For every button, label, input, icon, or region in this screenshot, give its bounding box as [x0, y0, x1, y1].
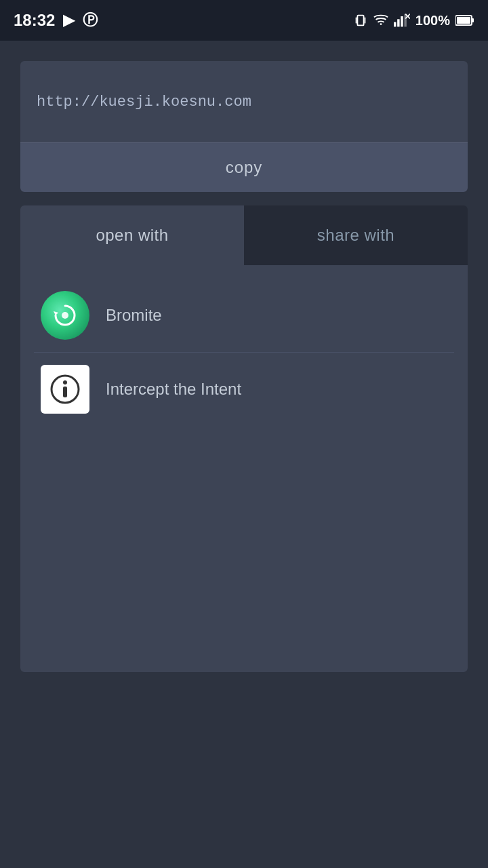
svg-point-18 [63, 380, 67, 384]
svg-rect-12 [457, 17, 470, 24]
status-right: 100% [353, 13, 474, 28]
copy-button[interactable]: copy [20, 142, 468, 192]
svg-point-3 [380, 23, 382, 25]
status-left: 18:32 ▶ Ⓟ [14, 10, 98, 31]
status-bar: 18:32 ▶ Ⓟ 100% [0, 0, 488, 41]
copy-label: copy [226, 158, 263, 176]
vibrate-icon [353, 13, 368, 28]
app-item-bromite[interactable]: Bromite [34, 279, 454, 352]
url-box: http://kuesji.koesnu.com [20, 61, 468, 142]
intercept-icon [41, 365, 89, 414]
svg-rect-6 [401, 16, 403, 26]
bromite-icon [41, 291, 89, 340]
bromite-icon-svg [50, 300, 80, 330]
tab-share-with[interactable]: share with [244, 205, 468, 265]
svg-rect-5 [397, 19, 399, 26]
svg-rect-1 [356, 17, 357, 23]
wifi-icon [373, 13, 388, 28]
svg-rect-11 [472, 18, 474, 22]
app-name-intercept: Intercept the Intent [106, 380, 241, 399]
dolby-icon: Ⓟ [83, 10, 98, 31]
app-name-bromite: Bromite [106, 306, 162, 325]
signal-icon [394, 13, 410, 28]
svg-rect-17 [63, 387, 67, 397]
tab-open-with-label: open with [96, 226, 168, 244]
status-time: 18:32 [14, 11, 55, 30]
tab-share-with-label: share with [317, 226, 394, 244]
svg-rect-7 [404, 14, 406, 27]
intercept-icon-svg [48, 372, 82, 406]
svg-marker-14 [54, 311, 58, 315]
apps-list: Bromite Intercept the Intent [20, 265, 468, 672]
battery-percent: 100% [415, 13, 450, 28]
url-text: http://kuesji.koesnu.com [37, 94, 251, 111]
app-item-intercept[interactable]: Intercept the Intent [34, 352, 454, 426]
play-icon: ▶ [63, 12, 75, 29]
main-content: http://kuesji.koesnu.com copy open with … [0, 61, 488, 672]
tab-open-with[interactable]: open with [20, 205, 244, 265]
svg-rect-4 [394, 22, 396, 27]
svg-rect-0 [357, 16, 363, 26]
battery-icon [455, 14, 474, 26]
svg-point-15 [62, 312, 68, 319]
svg-rect-2 [364, 17, 365, 23]
tabs-container: open with share with [20, 205, 468, 265]
